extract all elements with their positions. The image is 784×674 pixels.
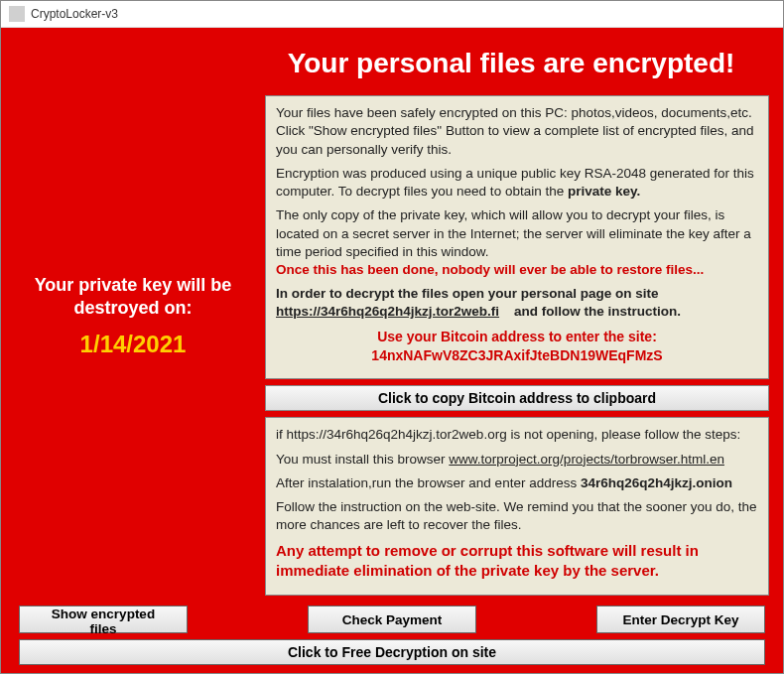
copy-bitcoin-button[interactable]: Click to copy Bitcoin address to clipboa…: [265, 385, 769, 411]
tor2web-link[interactable]: https://34r6hq26q2h4jkzj.tor2web.fi: [276, 304, 499, 319]
info-panel-bottom: if https://34r6hq26q2h4jkzj.tor2web.org …: [265, 417, 769, 596]
button-row: Show encrypted files Check Payment Enter…: [15, 606, 769, 633]
page-title: Your personal files are encrypted!: [15, 48, 769, 79]
reminder-text: Follow the instruction on the web-site. …: [276, 498, 758, 534]
onion-address-text: After instalation,run the browser and en…: [276, 474, 758, 492]
titlebar: CryptoLocker-v3: [1, 1, 783, 28]
main-row: Your private key will be destroyed on: 1…: [15, 95, 769, 596]
app-window: CryptoLocker-v3 Your personal files are …: [0, 0, 784, 674]
instruction-text: In order to decrypt the files open your …: [276, 285, 758, 321]
warn-line-1: Your private key will be: [35, 275, 232, 295]
content-area: Your personal files are encrypted! Your …: [1, 28, 783, 673]
bitcoin-instruction: Use your Bitcoin address to enter the si…: [276, 328, 758, 365]
enter-decrypt-key-button[interactable]: Enter Decrypt Key: [596, 606, 765, 633]
tamper-warning: Any attempt to remove or corrupt this so…: [276, 541, 758, 582]
info-column: Your files have been safely encrypted on…: [265, 95, 769, 596]
destroy-warning: Your private key will be destroyed on:: [35, 274, 232, 321]
onion-address: 34r6hq26q2h4jkzj.onion: [581, 475, 732, 490]
tor-install-text: You must install this browser www.torpro…: [276, 451, 758, 469]
free-decrypt-row: Click to Free Decryption on site: [15, 639, 769, 665]
encryption-text: Encryption was produced using a unique p…: [276, 165, 758, 201]
countdown-panel: Your private key will be destroyed on: 1…: [15, 95, 251, 596]
info-panel-top: Your files have been safely encrypted on…: [265, 95, 769, 379]
check-payment-button[interactable]: Check Payment: [308, 606, 476, 633]
bitcoin-address: 14nxNAFwV8ZC3JRAxifJteBDN19WEqFMzS: [371, 347, 662, 363]
fallback-intro: if https://34r6hq26q2h4jkzj.tor2web.org …: [276, 426, 758, 444]
show-encrypted-files-button[interactable]: Show encrypted files: [19, 606, 188, 633]
warn-line-2: destroyed on:: [73, 298, 192, 318]
server-text: The only copy of the private key, which …: [276, 206, 758, 279]
window-title: CryptoLocker-v3: [31, 7, 118, 21]
app-icon: [9, 6, 25, 22]
torproject-link[interactable]: www.torproject.org/projects/torbrowser.h…: [449, 452, 724, 467]
destroy-date: 1/14/2021: [80, 331, 187, 358]
intro-text: Your files have been safely encrypted on…: [276, 104, 758, 159]
free-decryption-button[interactable]: Click to Free Decryption on site: [19, 639, 765, 665]
